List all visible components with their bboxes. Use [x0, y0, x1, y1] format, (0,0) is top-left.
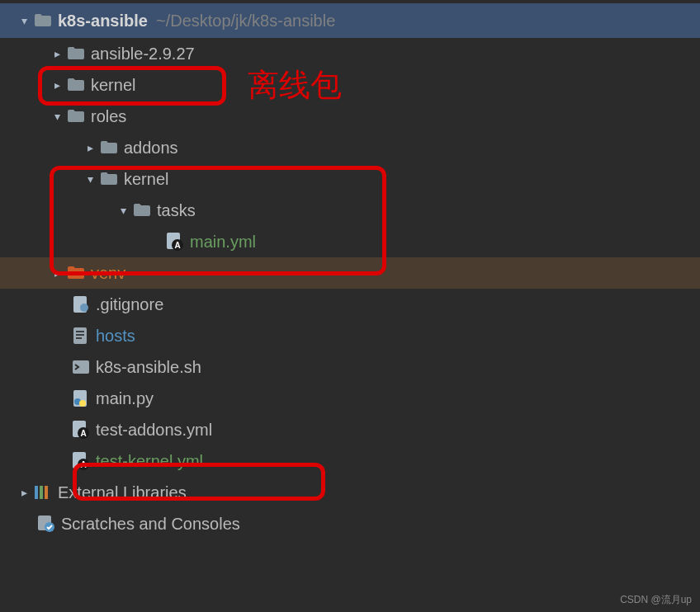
- watermark: CSDN @流月up: [620, 593, 692, 607]
- folder-addons[interactable]: ▸ addons: [0, 132, 700, 163]
- svg-rect-9: [73, 360, 89, 374]
- svg-rect-19: [35, 486, 38, 499]
- chevron-down-icon: ▾: [114, 204, 132, 217]
- folder-venv[interactable]: ▸ venv: [0, 257, 700, 289]
- svg-rect-20: [40, 486, 43, 499]
- shell-file-icon: [71, 357, 91, 377]
- chevron-right-icon: ▸: [15, 486, 33, 499]
- file-gitignore[interactable]: .gitignore: [0, 289, 700, 320]
- scratches-icon: [36, 514, 58, 534]
- text-file-icon: [71, 326, 91, 346]
- svg-point-4: [80, 304, 88, 312]
- folder-icon: [66, 75, 86, 95]
- svg-rect-21: [45, 486, 48, 499]
- external-label: External Libraries: [58, 483, 187, 502]
- scratches-consoles[interactable]: Scratches and Consoles: [0, 508, 700, 539]
- file-hosts[interactable]: hosts: [0, 320, 700, 351]
- file-test-addons[interactable]: A test-addons.yml: [0, 414, 700, 445]
- project-tree: ▾ k8s-ansible ~/Desktop/jk/k8s-ansible ▸…: [0, 0, 700, 539]
- folder-label: kernel: [124, 170, 168, 189]
- folder-icon: [99, 169, 119, 189]
- file-label: main.yml: [190, 233, 256, 252]
- folder-label: roles: [91, 107, 126, 126]
- folder-icon: [99, 138, 119, 158]
- file-label: .gitignore: [96, 295, 163, 314]
- chevron-down-icon: ▾: [48, 110, 66, 123]
- project-root-path: ~/Desktop/jk/k8s-ansible: [156, 12, 335, 31]
- svg-text:A: A: [80, 460, 86, 469]
- file-label: test-kernel.yml: [96, 452, 203, 471]
- folder-label: venv: [91, 264, 125, 283]
- file-main-yml[interactable]: ▸ A main.yml: [0, 226, 700, 257]
- file-label: hosts: [96, 327, 135, 346]
- scratches-label: Scratches and Consoles: [61, 515, 240, 534]
- folder-kernel[interactable]: ▸ kernel: [0, 69, 700, 101]
- file-label: main.py: [96, 389, 154, 408]
- folder-roles[interactable]: ▾ roles: [0, 101, 700, 132]
- chevron-down-icon: ▾: [81, 172, 99, 186]
- folder-ansible[interactable]: ▸ ansible-2.9.27: [0, 38, 700, 69]
- folder-icon: [66, 44, 86, 64]
- chevron-right-icon: ▸: [81, 141, 99, 154]
- chevron-right-icon: ▸: [48, 78, 66, 92]
- file-test-kernel[interactable]: A test-kernel.yml: [0, 445, 700, 477]
- svg-point-12: [79, 400, 86, 407]
- folder-tasks[interactable]: ▾ tasks: [0, 195, 700, 226]
- project-root-label: k8s-ansible: [58, 12, 148, 31]
- folder-label: tasks: [157, 201, 196, 220]
- chevron-right-icon: ▸: [48, 47, 66, 60]
- file-main-py[interactable]: main.py: [0, 383, 700, 414]
- folder-roles-kernel[interactable]: ▾ kernel: [0, 163, 700, 195]
- ansible-file-icon: A: [71, 451, 91, 471]
- file-icon: [71, 294, 91, 314]
- svg-text:A: A: [80, 429, 86, 438]
- python-file-icon: [71, 388, 91, 408]
- ansible-file-icon: A: [165, 232, 185, 252]
- file-k8s-sh[interactable]: k8s-ansible.sh: [0, 351, 700, 383]
- external-libraries[interactable]: ▸ External Libraries: [0, 477, 700, 508]
- folder-icon: [33, 11, 53, 31]
- project-root-row[interactable]: ▾ k8s-ansible ~/Desktop/jk/k8s-ansible: [0, 3, 700, 38]
- folder-label: kernel: [91, 76, 135, 95]
- svg-text:A: A: [174, 241, 180, 250]
- chevron-down-icon: ▾: [15, 14, 33, 27]
- file-label: test-addons.yml: [96, 421, 212, 440]
- folder-icon: [132, 200, 152, 220]
- folder-label: addons: [124, 139, 178, 158]
- file-label: k8s-ansible.sh: [96, 358, 201, 377]
- excluded-folder-icon: [66, 263, 86, 283]
- folder-icon: [66, 106, 86, 126]
- libraries-icon: [33, 483, 54, 502]
- ansible-file-icon: A: [71, 420, 91, 440]
- chevron-right-icon: ▸: [48, 266, 66, 280]
- folder-label: ansible-2.9.27: [91, 45, 195, 64]
